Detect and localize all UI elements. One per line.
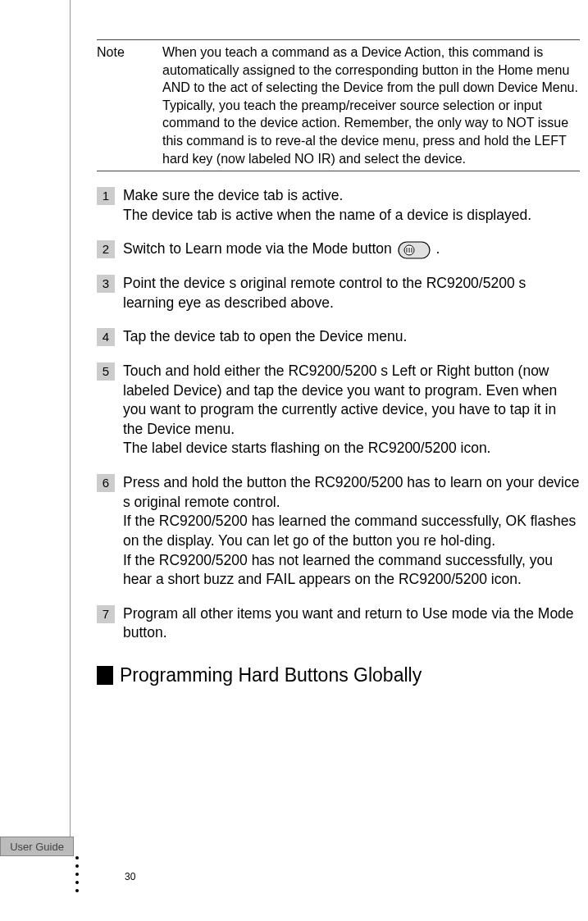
step-2-text-after: . [436,240,440,257]
dot-icon [75,856,79,859]
section-title: Programming Hard Buttons Globally [120,664,422,686]
note-label: Note [97,43,162,167]
footer-dots [75,856,79,892]
step-number: 5 [97,362,115,381]
note-text: When you teach a command as a Device Act… [162,43,580,167]
step-1: 1 Make sure the device tab is active. Th… [97,186,580,225]
step-7: 7 Program all other items you want and r… [97,604,580,643]
step-number: 3 [97,275,115,293]
left-rule [70,0,71,853]
step-6: 6 Press and hold the button the RC9200/5… [97,473,580,590]
page: Note When you teach a command as a Devic… [0,0,588,921]
step-body: Tap the device tab to open the Device me… [123,327,580,347]
footer-label: User Guide [0,837,74,856]
section-marker [97,666,113,685]
step-number: 6 [97,474,115,492]
step-number: 1 [97,187,115,205]
step-body: Press and hold the button the RC9200/520… [123,473,580,590]
step-2: 2 Switch to Learn mode via the Mode butt… [97,239,580,259]
step-body: Make sure the device tab is active. The … [123,186,580,225]
step-body: Program all other items you want and ret… [123,604,580,643]
page-number: 30 [125,871,135,882]
step-number: 4 [97,328,115,346]
step-2-text-before: Switch to Learn mode via the Mode button [123,240,396,257]
step-4: 4 Tap the device tab to open the Device … [97,327,580,347]
step-5: 5 Touch and hold either the RC9200/5200 … [97,362,580,458]
step-number: 2 [97,240,115,258]
dot-icon [75,864,79,868]
content-area: Note When you teach a command as a Devic… [97,39,580,686]
steps-list: 1 Make sure the device tab is active. Th… [97,186,580,643]
section-heading: Programming Hard Buttons Globally [97,664,580,686]
step-body: Touch and hold either the RC9200/5200 s … [123,362,580,458]
step-body: Switch to Learn mode via the Mode button… [123,239,580,259]
dot-icon [75,873,79,876]
step-number: 7 [97,605,115,623]
dot-icon [75,889,79,892]
step-3: 3 Point the device s original remote con… [97,274,580,312]
step-body: Point the device s original remote contr… [123,274,580,312]
note-block: Note When you teach a command as a Devic… [97,39,580,171]
dot-icon [75,881,79,884]
mode-button-icon [398,241,431,259]
